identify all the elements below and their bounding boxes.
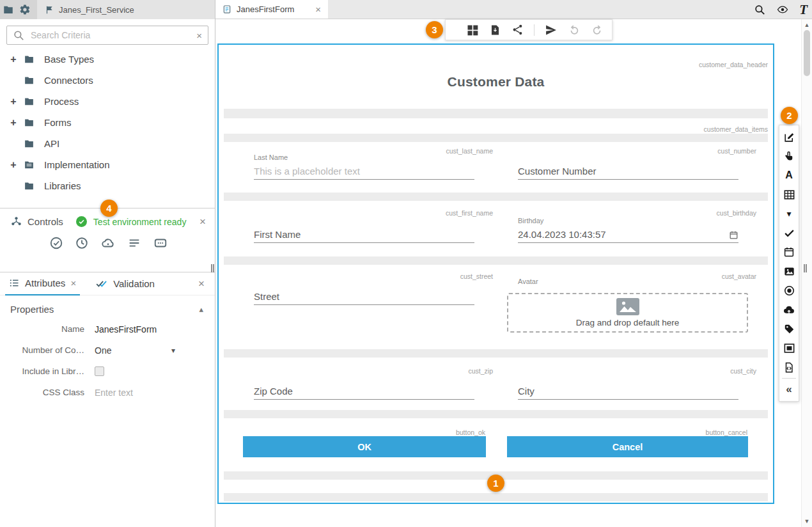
- tree-item-label: Base Types: [44, 54, 94, 65]
- tab-close-icon[interactable]: ×: [315, 4, 321, 14]
- city-field[interactable]: City: [518, 384, 738, 400]
- street-field[interactable]: Street: [254, 290, 474, 305]
- settings-gear-icon[interactable]: [17, 0, 33, 19]
- tree-item-label: Connectors: [44, 75, 93, 86]
- calendar-icon[interactable]: [729, 230, 738, 240]
- tag-control-icon[interactable]: [779, 319, 799, 338]
- tree-item-label: Process: [44, 96, 79, 107]
- zip-field[interactable]: Zip Code: [254, 384, 474, 400]
- form-document-icon: [223, 4, 231, 14]
- repository-tree: + Base Types Connectors + Process + Form…: [0, 49, 215, 196]
- dropzone-text: Drag and drop default here: [576, 318, 679, 327]
- name-value-field[interactable]: JanesFirstForm: [95, 324, 157, 334]
- expander-icon[interactable]: +: [9, 159, 18, 171]
- attributes-close-icon[interactable]: ×: [70, 278, 76, 288]
- form-title[interactable]: Customer Data: [219, 74, 773, 90]
- search-clear-icon[interactable]: ×: [196, 31, 202, 40]
- test-console-icon[interactable]: [153, 236, 168, 250]
- field-label: Birthday: [518, 217, 738, 225]
- last-name-field[interactable]: Last Name This is a placeholder text: [254, 153, 474, 180]
- tree-item-base-types[interactable]: + Base Types: [0, 49, 215, 70]
- scroll-down-icon[interactable]: ▼: [802, 518, 812, 524]
- undo-icon[interactable]: [568, 24, 581, 36]
- validation-close-icon[interactable]: ×: [198, 278, 205, 289]
- folder-icon: [23, 96, 35, 107]
- form-design-canvas[interactable]: customer_data_header Customer Data custo…: [217, 43, 774, 504]
- folder-icon: [23, 75, 35, 86]
- tree-item-connectors[interactable]: Connectors: [0, 70, 215, 91]
- cancel-button[interactable]: Cancel: [507, 436, 748, 457]
- test-history-clock-icon[interactable]: [75, 236, 89, 250]
- tree-item-api[interactable]: API: [0, 133, 215, 154]
- tab-janesfirstform[interactable]: JanesFirstForm ×: [215, 0, 328, 19]
- tree-item-process[interactable]: + Process: [0, 91, 215, 112]
- placeholder-bar: [224, 193, 768, 201]
- datepicker-control-icon[interactable]: [779, 242, 799, 262]
- upload-control-icon[interactable]: [779, 300, 799, 319]
- css-class-input[interactable]: Enter text: [95, 388, 133, 398]
- share-icon[interactable]: [511, 24, 524, 36]
- placeholder-bar: [224, 493, 768, 501]
- folder-icon: [23, 180, 35, 191]
- first-name-field[interactable]: First Name: [254, 228, 474, 243]
- search-input[interactable]: [31, 30, 191, 40]
- status-check-icon: [76, 216, 87, 227]
- service-tab[interactable]: Janes_First_Service: [37, 0, 215, 19]
- image-control-icon[interactable]: [779, 262, 799, 281]
- implementation-folder-icon: [23, 159, 35, 170]
- project-folder-icon[interactable]: [0, 0, 17, 19]
- dropdown-control-icon[interactable]: ▾: [779, 204, 799, 223]
- collapse-section-icon[interactable]: ▴: [199, 304, 203, 314]
- redo-icon[interactable]: [591, 24, 604, 36]
- search-box: ×: [6, 26, 208, 45]
- expander-icon[interactable]: +: [9, 96, 18, 107]
- save-form-icon[interactable]: [489, 24, 501, 36]
- annotation-avatar: cust_avatar: [722, 272, 756, 280]
- preview-eye-icon[interactable]: [776, 4, 790, 15]
- global-search-icon[interactable]: [754, 4, 766, 16]
- folder-icon: [23, 54, 35, 65]
- text-tool-icon[interactable]: T: [799, 3, 808, 17]
- scrollbar-thumb[interactable]: [804, 30, 810, 76]
- controls-close-icon[interactable]: ×: [199, 216, 206, 227]
- collapse-palette-icon[interactable]: «: [779, 380, 799, 399]
- include-in-library-checkbox[interactable]: [95, 366, 104, 376]
- test-check-circle-icon[interactable]: [49, 236, 63, 250]
- radio-control-icon[interactable]: [779, 281, 799, 300]
- edit-control-icon[interactable]: [779, 127, 799, 146]
- code-file-control-icon[interactable]: [779, 358, 799, 377]
- frame-control-icon[interactable]: [779, 338, 799, 358]
- vertical-scrollbar[interactable]: ▲ ▼: [801, 19, 812, 527]
- placeholder-bar: [224, 109, 768, 118]
- annotation-city: cust_city: [730, 367, 756, 375]
- tree-item-libraries[interactable]: Libraries: [0, 175, 215, 196]
- panel-splitter-grip[interactable]: [211, 264, 214, 272]
- tree-item-implementation[interactable]: + Implementation: [0, 154, 215, 175]
- avatar-label: Avatar: [518, 278, 538, 286]
- birthday-field[interactable]: Birthday 24.04.2023 10:43:57: [518, 217, 738, 243]
- table-control-icon[interactable]: [779, 185, 799, 204]
- ok-button[interactable]: OK: [243, 436, 486, 457]
- test-log-icon[interactable]: [127, 236, 141, 250]
- checkbox-control-icon[interactable]: [779, 223, 799, 242]
- tab-attributes[interactable]: Attributes ×: [5, 272, 80, 295]
- service-flag-icon: [45, 5, 54, 15]
- tree-item-forms[interactable]: + Forms: [0, 112, 215, 133]
- layout-grid-icon[interactable]: [466, 24, 479, 36]
- text-control-icon[interactable]: A: [779, 166, 799, 185]
- image-icon: [616, 298, 639, 315]
- control-palette: A ▾ «: [779, 125, 799, 402]
- expander-icon[interactable]: +: [9, 54, 18, 65]
- button-hand-control-icon[interactable]: [779, 146, 799, 166]
- deploy-send-icon[interactable]: [545, 24, 558, 36]
- tab-validation[interactable]: Validation: [91, 272, 159, 295]
- scroll-up-icon[interactable]: ▲: [802, 22, 812, 28]
- field-value: 24.04.2023 10:43:57: [518, 229, 724, 240]
- test-cloud-icon[interactable]: [100, 236, 116, 250]
- avatar-dropzone[interactable]: Drag and drop default here: [507, 293, 748, 333]
- panel-splitter-grip[interactable]: [804, 264, 807, 272]
- expander-icon[interactable]: +: [9, 117, 18, 129]
- customer-number-field[interactable]: Customer Number: [518, 164, 738, 180]
- columns-select-value: One: [95, 345, 111, 356]
- columns-select[interactable]: One ▾: [95, 345, 175, 356]
